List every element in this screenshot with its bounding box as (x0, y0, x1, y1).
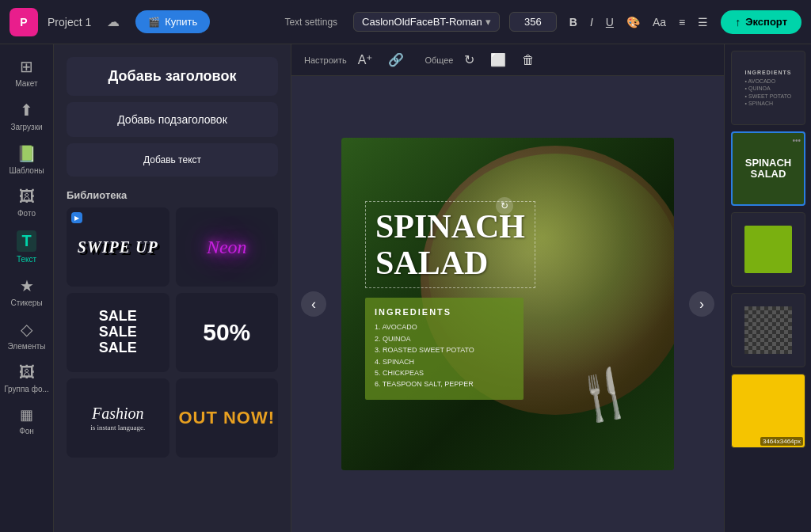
canvas-wrapper: ‹ 🍴 ↻ SPINACHSALAD INGREDIENTS 1. AVOCAD… (291, 76, 724, 532)
stickers-icon: ★ (20, 276, 34, 295)
canvas-area: Настроить A⁺ 🔗 Общее ↻ ⬜ 🗑 ‹ 🍴 ↻ (291, 44, 724, 532)
text-library-grid: ▶ SWIPE UP Neon SALESALESALE 50% Fashion… (54, 207, 291, 470)
right-thumb-2[interactable]: ••• SPINACHSALAD (731, 131, 805, 206)
right-thumb-4[interactable] (731, 293, 805, 367)
canvas-toolbar: Настроить A⁺ 🔗 Общее ↻ ⬜ 🗑 (291, 44, 724, 76)
groupphoto-icon: 🖼 (19, 363, 35, 382)
text-card-sale[interactable]: SALESALESALE (67, 293, 169, 372)
ingredient-2: 2. QUINOA (375, 333, 514, 344)
thumb-green-square (744, 226, 792, 273)
ingredient-1: 1. AVOCADO (375, 321, 514, 332)
underline-button[interactable]: U (603, 13, 617, 32)
sidebar-item-background[interactable]: ▦ Фон (0, 400, 53, 442)
sidebar-item-photos[interactable]: 🖼 Фото (0, 181, 53, 224)
text-format-tools: B I U 🎨 Aa ≡ ☰ (566, 13, 711, 32)
ingredient-3: 3. ROASTED SWEET POTATO (375, 344, 514, 355)
spinach-salad-heading[interactable]: SPINACHSALAD (365, 201, 535, 288)
common-group: Общее ↻ ⬜ 🗑 (425, 49, 539, 70)
customize-label: Настроить (304, 55, 347, 65)
list-button[interactable]: ☰ (695, 13, 711, 32)
ingredients-title: INGREDIENTS (375, 307, 514, 317)
canvas-image[interactable]: 🍴 ↻ SPINACHSALAD INGREDIENTS 1. AVOCADO … (341, 138, 674, 470)
project-name: Project 1 (48, 16, 91, 28)
text-overlay[interactable]: SPINACHSALAD INGREDIENTS 1. AVOCADO 2. Q… (365, 201, 535, 400)
add-subheading-button[interactable]: Добавь подзаголовок (67, 102, 278, 137)
text-panel: Добавь заголовок Добавь подзаголовок Доб… (54, 44, 291, 532)
add-heading-button[interactable]: Добавь заголовок (67, 57, 278, 96)
cloud-sync-icon[interactable]: ☁ (107, 14, 120, 29)
neon-text: Neon (207, 237, 247, 258)
customize-group: Настроить A⁺ 🔗 (304, 49, 409, 70)
canvas-prev-button[interactable]: ‹ (301, 291, 326, 317)
right-thumb-1[interactable]: INGREDIENTS • AVOCADO • QUINOA • SWEET P… (731, 51, 805, 125)
swipe-text: SWIPE UP (78, 238, 158, 256)
app-logo: P (10, 8, 38, 36)
sale-text: SALESALESALE (99, 309, 137, 355)
sidebar-item-stickers[interactable]: ★ Стикеры (0, 270, 53, 314)
buy-button[interactable]: Купить (135, 10, 210, 33)
right-panel: INGREDIENTS • AVOCADO • QUINOA • SWEET P… (724, 44, 811, 532)
export-button[interactable]: Экспорт (721, 10, 801, 34)
text-add-buttons: Добавь заголовок Добавь подзаголовок Доб… (54, 44, 291, 183)
main-content: ⊞ Макет ⬆ Загрузки 📗 Шаблоны 🖼 Фото T Те… (0, 44, 811, 532)
thumb-options-icon[interactable]: ••• (792, 136, 801, 145)
thumb-size-label: 3464x3464px (760, 437, 803, 446)
sidebar-item-groupphoto[interactable]: 🖼 Группа фо... (0, 357, 53, 400)
font-size-input[interactable]: 356 (509, 12, 557, 32)
topbar: P Project 1 ☁ Купить Text settings Caslo… (0, 0, 811, 44)
color-wheel-button[interactable]: 🎨 (623, 13, 643, 32)
icon-sidebar: ⊞ Макет ⬆ Загрузки 📗 Шаблоны 🖼 Фото T Те… (0, 44, 54, 532)
text-card-neon[interactable]: Neon (176, 207, 279, 287)
font-selector[interactable]: CaslonOldFaceBT-Roman (353, 12, 500, 32)
text-card-swipe[interactable]: ▶ SWIPE UP (67, 207, 169, 287)
text-card-fashion[interactable]: Fashion is instant language. (67, 378, 169, 458)
add-text-button[interactable]: Добавь текст (67, 143, 278, 177)
sidebar-item-templates[interactable]: 📗 Шаблоны (0, 138, 53, 181)
library-label: Библиотека (54, 183, 291, 207)
ingredient-4: 4. SPINACH (375, 356, 514, 367)
delete-button[interactable]: 🗑 (517, 50, 539, 70)
sidebar-item-elements[interactable]: ◇ Элементы (0, 314, 53, 357)
templates-icon: 📗 (17, 144, 36, 163)
text-settings-label: Text settings (284, 17, 337, 28)
outnow-text: OUT NOW! (178, 408, 275, 428)
percent-text: 50% (203, 319, 250, 346)
thumb-checker-pattern (744, 306, 792, 354)
thumb-ingredients-text: INGREDIENTS • AVOCADO • QUINOA • SWEET P… (742, 66, 795, 109)
thumb-spinach-text: SPINACHSALAD (745, 158, 792, 180)
background-icon: ▦ (20, 406, 33, 424)
font-case-button[interactable]: Aa (649, 13, 669, 32)
bold-button[interactable]: B (566, 13, 581, 32)
sidebar-item-layout[interactable]: ⊞ Макет (0, 51, 53, 94)
sidebar-item-uploads[interactable]: ⬆ Загрузки (0, 94, 53, 138)
sidebar-item-text[interactable]: T Текст (0, 224, 53, 270)
right-thumb-5[interactable]: 3464x3464px (731, 374, 805, 448)
italic-button[interactable]: I (587, 13, 596, 32)
link-button[interactable]: 🔗 (383, 49, 409, 70)
upload-icon: ⬆ (20, 101, 33, 120)
align-button[interactable]: ≡ (676, 13, 688, 32)
text-icon: T (17, 230, 36, 252)
canvas-next-button[interactable]: › (689, 291, 714, 317)
fashion-text: Fashion is instant language. (90, 403, 145, 433)
pro-badge: ▶ (71, 212, 82, 223)
fork-icon: 🍴 (570, 362, 638, 428)
ingredient-5: 5. CHICKPEAS (375, 367, 514, 378)
layout-icon: ⊞ (20, 57, 33, 76)
ingredients-box: INGREDIENTS 1. AVOCADO 2. QUINOA 3. ROAS… (365, 298, 524, 399)
frame-button[interactable]: ⬜ (485, 49, 511, 70)
text-card-percent[interactable]: 50% (176, 293, 279, 372)
photos-icon: 🖼 (19, 188, 35, 206)
text-grow-button[interactable]: A⁺ (353, 49, 378, 70)
right-thumb-3[interactable] (731, 212, 805, 287)
common-label: Общее (425, 55, 453, 65)
text-card-outnow[interactable]: OUT NOW! (176, 378, 279, 458)
refresh-button[interactable]: ↻ (459, 49, 479, 70)
rotate-handle[interactable]: ↻ (496, 197, 513, 215)
ingredient-6: 6. TEASPOON SALT, PEPPER (375, 378, 514, 390)
elements-icon: ◇ (21, 320, 32, 339)
